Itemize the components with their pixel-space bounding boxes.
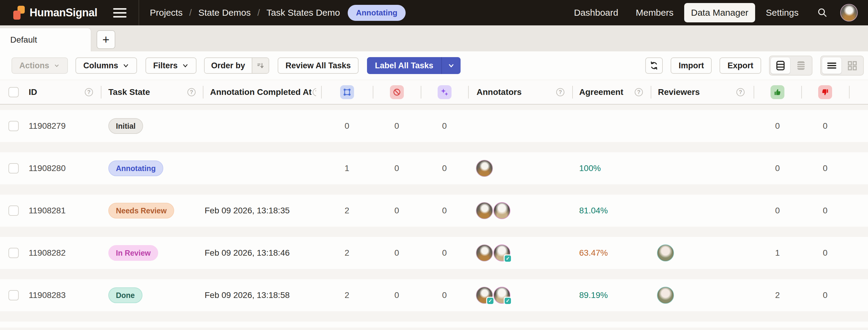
- row-height-compact-button[interactable]: [791, 57, 811, 74]
- help-icon[interactable]: ?: [85, 88, 93, 96]
- table-header: ID ? Task State ? Annotation Completed A…: [0, 80, 868, 105]
- table-row[interactable]: 11908282In ReviewFeb 09 2026, 13:18:4620…: [0, 237, 868, 269]
- annotation-completed-at: Feb 09 2026, 13:18:35: [205, 206, 290, 216]
- list-view-button[interactable]: [822, 57, 841, 74]
- columns-label: Columns: [83, 61, 118, 71]
- breadcrumb-projects[interactable]: Projects: [150, 7, 183, 18]
- predictions-count: 0: [421, 248, 468, 258]
- import-label: Import: [679, 61, 704, 71]
- rows-spacious-icon: [776, 60, 785, 71]
- top-bar: HumanSignal Projects / State Demos / Tas…: [0, 0, 868, 25]
- add-tab-button[interactable]: +: [97, 30, 115, 49]
- table-row-partial: [0, 322, 868, 328]
- humansignal-logo[interactable]: HumanSignal: [12, 5, 97, 20]
- help-icon[interactable]: ?: [313, 88, 321, 96]
- nav-members[interactable]: Members: [629, 3, 680, 22]
- filters-button[interactable]: Filters: [146, 57, 196, 74]
- task-state-badge: Initial: [108, 118, 143, 134]
- col-header-annotation-completed-at[interactable]: Annotation Completed At: [210, 87, 311, 97]
- breadcrumb-state-demos[interactable]: State Demos: [198, 7, 250, 18]
- cancelled-count: 0: [373, 206, 421, 216]
- agreement-value: 100%: [579, 164, 601, 173]
- cancelled-annotations-column-icon[interactable]: [390, 85, 404, 99]
- help-icon[interactable]: ?: [736, 88, 745, 96]
- review-all-label: Review All Tasks: [285, 61, 351, 71]
- project-status-badge: Annotating: [348, 5, 405, 21]
- label-all-tasks-button[interactable]: Label All Tasks: [367, 57, 461, 74]
- reviewer-avatar: [657, 287, 674, 304]
- cancelled-count: 0: [373, 164, 421, 173]
- verified-check-icon: ✓: [504, 254, 512, 263]
- task-id: 11908279: [29, 121, 66, 131]
- annotator-avatars: [476, 160, 493, 177]
- view-tabs-bar: Default +: [0, 25, 868, 51]
- row-checkbox[interactable]: [8, 248, 19, 258]
- table-row[interactable]: 11908281Needs ReviewFeb 09 2026, 13:18:3…: [0, 195, 868, 227]
- refresh-button[interactable]: [645, 57, 663, 74]
- hamburger-menu-icon[interactable]: [113, 6, 126, 19]
- predictions-column-icon[interactable]: [438, 85, 452, 99]
- chevron-down-icon: [123, 62, 129, 69]
- annotator-avatar: [476, 202, 493, 219]
- columns-button[interactable]: Columns: [75, 57, 137, 74]
- col-header-task-state[interactable]: Task State: [108, 87, 150, 97]
- help-icon[interactable]: ?: [187, 88, 195, 96]
- order-by-button[interactable]: Order by: [204, 57, 270, 74]
- tab-label: Default: [10, 35, 37, 45]
- breadcrumb-current[interactable]: Task States Demo: [267, 7, 340, 18]
- annotator-avatar: [476, 245, 493, 262]
- annotator-avatar: [493, 202, 510, 219]
- task-id: 11908281: [29, 206, 66, 216]
- rejected-count: 0: [801, 121, 849, 131]
- help-icon[interactable]: ?: [635, 88, 643, 96]
- annotator-avatars: [476, 202, 511, 219]
- annotations-count: 0: [321, 121, 373, 131]
- reviewer-avatars: [657, 245, 675, 262]
- help-icon[interactable]: ?: [556, 88, 564, 96]
- chevron-down-icon: [182, 62, 189, 69]
- table-row[interactable]: 11908283DoneFeb 09 2026, 13:18:58200✓✓89…: [0, 279, 868, 311]
- actions-button[interactable]: Actions: [11, 57, 68, 74]
- nav-dashboard[interactable]: Dashboard: [567, 3, 625, 22]
- select-all-checkbox[interactable]: [8, 87, 19, 97]
- row-checkbox[interactable]: [8, 290, 19, 300]
- col-header-reviewers[interactable]: Reviewers: [658, 87, 700, 97]
- col-header-agreement[interactable]: Agreement: [579, 87, 623, 97]
- accepted-count: 2: [754, 291, 801, 300]
- label-all-dropdown[interactable]: [441, 57, 461, 74]
- nav-settings[interactable]: Settings: [760, 3, 805, 22]
- table-row[interactable]: 11908280Annotating100100%00: [0, 152, 868, 184]
- grid-view-icon: [847, 61, 858, 71]
- col-header-annotators[interactable]: Annotators: [476, 87, 522, 97]
- task-id: 11908280: [29, 164, 66, 173]
- row-checkbox[interactable]: [8, 163, 19, 173]
- thumb-up-icon: [774, 88, 781, 96]
- nav-data-manager[interactable]: Data Manager: [684, 3, 755, 22]
- predictions-count: 0: [421, 164, 468, 173]
- export-button[interactable]: Export: [719, 57, 761, 74]
- import-button[interactable]: Import: [671, 57, 712, 74]
- accepted-reviews-column-icon[interactable]: [771, 85, 784, 99]
- col-header-id[interactable]: ID: [29, 87, 37, 97]
- grid-view-button[interactable]: [843, 57, 862, 74]
- row-checkbox[interactable]: [8, 121, 19, 131]
- tab-default[interactable]: Default: [0, 28, 91, 51]
- sparkles-icon: [440, 88, 449, 97]
- accepted-count: 0: [754, 164, 801, 173]
- agreement-value: 63.47%: [579, 248, 608, 258]
- rejected-reviews-column-icon[interactable]: [818, 85, 832, 99]
- row-height-spacious-button[interactable]: [771, 57, 790, 74]
- user-avatar[interactable]: [840, 4, 858, 22]
- review-all-tasks-button[interactable]: Review All Tasks: [278, 57, 359, 74]
- annotations-count: 2: [321, 291, 373, 300]
- task-state-badge: Annotating: [108, 161, 163, 176]
- annotations-column-icon[interactable]: [340, 85, 354, 99]
- export-label: Export: [727, 61, 753, 71]
- sort-direction-icon[interactable]: [252, 58, 269, 73]
- annotation-completed-at: Feb 09 2026, 13:18:58: [205, 291, 290, 300]
- table-row[interactable]: 11908279Initial00000: [0, 110, 868, 142]
- view-mode-toggle: [820, 56, 864, 76]
- top-nav: Dashboard Members Data Manager Settings: [567, 3, 858, 22]
- row-checkbox[interactable]: [8, 205, 19, 216]
- search-icon[interactable]: [814, 4, 831, 21]
